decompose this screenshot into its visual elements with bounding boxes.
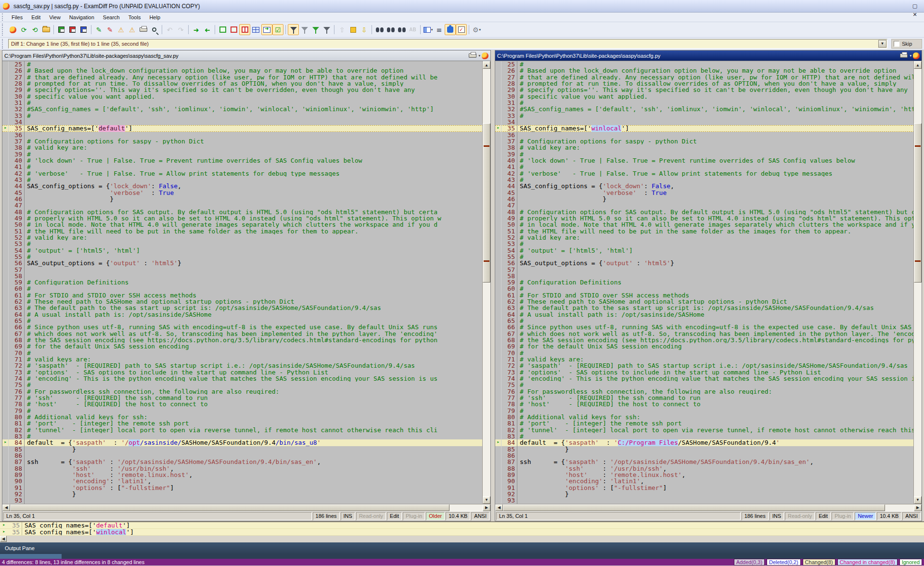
- gutter: [495, 241, 501, 247]
- filter-show-all-icon[interactable]: [288, 24, 299, 35]
- horizontal-scrollbar[interactable]: ◀▶: [2, 504, 490, 511]
- diff-combo-dropdown-icon[interactable]: ▼: [878, 40, 886, 48]
- find-icon[interactable]: [374, 24, 385, 35]
- close-button[interactable]: ✕: [909, 11, 921, 19]
- save-first-file-icon[interactable]: [56, 24, 67, 35]
- toolbar-grip[interactable]: [2, 13, 5, 21]
- backup-second-file-icon[interactable]: ⚠: [127, 24, 138, 35]
- next-difference-icon[interactable]: ➜: [191, 24, 202, 35]
- undo-icon[interactable]: ↶: [164, 24, 175, 35]
- pane-print-icon[interactable]: [469, 53, 476, 58]
- find-next-icon[interactable]: [385, 24, 396, 35]
- scroll-left-icon[interactable]: ◀: [2, 504, 10, 511]
- panes-layout-icon[interactable]: ▾: [423, 24, 434, 35]
- menu-item-files[interactable]: Files: [7, 13, 27, 21]
- redo-icon[interactable]: ↷: [175, 24, 186, 35]
- output-pane-header[interactable]: Output Pane: [0, 542, 924, 554]
- compare-files-icon[interactable]: [7, 24, 18, 35]
- code-line: 37# Configuration options for saspy - py…: [495, 138, 913, 144]
- pane-header[interactable]: C:\Program Files\Python\Python37\Lib\sit…: [2, 51, 490, 61]
- line-number: 54: [501, 247, 517, 254]
- edit-first-file-icon[interactable]: ✎: [93, 24, 104, 35]
- menu-item-search[interactable]: Search: [99, 13, 124, 21]
- find-prev-icon[interactable]: [396, 24, 407, 35]
- split-view-icon[interactable]: [250, 24, 261, 35]
- pane-print-icon[interactable]: [900, 53, 908, 58]
- menu-item-navigation[interactable]: Navigation: [65, 13, 99, 21]
- line-number: 80: [9, 414, 25, 420]
- vertical-scrollbar[interactable]: ▲▼: [913, 61, 922, 504]
- output-pane-tab[interactable]: [0, 554, 62, 559]
- pane-print-dropdown-icon[interactable]: ▾: [910, 54, 911, 58]
- first-difference-icon[interactable]: ⇧: [336, 24, 347, 35]
- current-difference-icon[interactable]: [347, 24, 359, 35]
- filter-badge-cic[interactable]: Changed in changed(8): [837, 559, 898, 566]
- maximize-button[interactable]: ▢: [909, 2, 921, 11]
- scroll-right-icon[interactable]: ▶: [483, 504, 490, 511]
- filter-badge-added[interactable]: Added(0,3): [734, 559, 765, 566]
- menu-item-view[interactable]: View: [45, 13, 65, 21]
- prev-difference-icon[interactable]: ➜: [202, 24, 213, 35]
- code-text: # valid key are:: [25, 144, 482, 151]
- toolbar-grip[interactable]: [2, 39, 5, 49]
- filter-include-icon[interactable]: [310, 24, 321, 35]
- plugins-icon[interactable]: [445, 24, 456, 35]
- scroll-right-icon[interactable]: ▶: [914, 504, 922, 511]
- pane-print-dropdown-icon[interactable]: ▾: [478, 54, 480, 58]
- pane-header[interactable]: C:\Program Files\Python\Python37\Lib\sit…: [495, 51, 922, 61]
- scroll-left-icon[interactable]: ◀: [495, 504, 503, 511]
- code-line: 76# For passwordless ssh connection, the…: [2, 388, 482, 395]
- print-icon[interactable]: [138, 24, 149, 35]
- toolbar-grip[interactable]: [2, 24, 5, 36]
- filter-badge-deleted[interactable]: Deleted(0,2): [767, 559, 801, 566]
- line-number: 91: [9, 485, 25, 491]
- code-editor[interactable]: 25#26# Based upon the lock_down configur…: [2, 61, 482, 504]
- print-preview-icon[interactable]: [149, 24, 160, 35]
- scrollbar-thumb[interactable]: [503, 504, 885, 511]
- scrollbar-thumb[interactable]: [10, 504, 449, 511]
- scrollbar-thumb[interactable]: [914, 123, 922, 283]
- scroll-down-icon[interactable]: ▼: [914, 496, 922, 504]
- show-changed-lines-icon[interactable]: [239, 24, 250, 35]
- sync-scrolling-icon[interactable]: [261, 24, 272, 35]
- match-case-icon[interactable]: AB: [407, 24, 418, 35]
- edit-second-file-icon[interactable]: ✎: [104, 24, 116, 35]
- open-files-icon[interactable]: [40, 24, 51, 35]
- filter-badge-changed[interactable]: Changed(8): [803, 559, 835, 566]
- show-identical-lines-icon[interactable]: [217, 24, 228, 35]
- detail-scroll-left-icon[interactable]: ◀: [0, 536, 7, 542]
- menu-item-edit[interactable]: Edit: [27, 13, 45, 21]
- backup-first-file-icon[interactable]: ⚠: [116, 24, 127, 35]
- auto-recompare-icon[interactable]: ☑: [272, 24, 283, 35]
- gutter: [495, 491, 501, 497]
- save-both-files-icon[interactable]: [78, 24, 89, 35]
- filter-exclude-icon[interactable]: [321, 24, 332, 35]
- menu-item-tools[interactable]: Tools: [124, 13, 145, 21]
- edit-options-icon[interactable]: ✓: [456, 24, 467, 35]
- scroll-down-icon[interactable]: ▼: [483, 496, 490, 504]
- last-difference-icon[interactable]: ⇩: [359, 24, 370, 35]
- filter-badge-ignored[interactable]: Ignored: [899, 559, 922, 566]
- save-second-file-icon[interactable]: [67, 24, 78, 35]
- menu-item-help[interactable]: Help: [145, 13, 165, 21]
- line-details-icon[interactable]: ≡: [434, 24, 445, 35]
- diff-detail-row[interactable]: ➤35SAS_config_names=['default']: [0, 522, 924, 529]
- scroll-up-icon[interactable]: ▲: [483, 61, 490, 69]
- recompare-icon[interactable]: ⟳: [18, 24, 29, 35]
- refresh-files-icon[interactable]: ⟲: [29, 24, 40, 35]
- vertical-scrollbar[interactable]: ▲▼: [482, 61, 490, 504]
- diff-detail-row[interactable]: ➤35SAS_config_names=['winlocal']: [0, 529, 924, 536]
- show-deleted-lines-icon[interactable]: [228, 24, 239, 35]
- code-editor[interactable]: 25#26# Based upon the lock_down configur…: [495, 61, 913, 504]
- filter-none-icon[interactable]: [299, 24, 310, 35]
- panes-layout-icon-dropdown: ▾: [431, 28, 433, 32]
- scroll-up-icon[interactable]: ▲: [914, 61, 922, 69]
- current-diff-combo[interactable]: Diff 1: Change 1 line (35, first file) t…: [8, 39, 887, 49]
- settings-icon[interactable]: ⚙▾: [471, 24, 482, 35]
- skip-checkbox[interactable]: [894, 41, 899, 47]
- horizontal-scrollbar[interactable]: ◀▶: [495, 504, 922, 511]
- pane-compare-icon[interactable]: [913, 52, 920, 59]
- scrollbar-thumb[interactable]: [483, 123, 490, 283]
- pane-compare-icon[interactable]: [482, 52, 488, 59]
- diff-detail-pane[interactable]: ➤35SAS_config_names=['default']➤35SAS_co…: [0, 521, 924, 536]
